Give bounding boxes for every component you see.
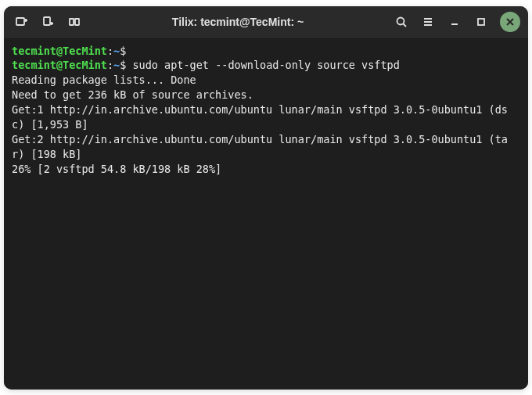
output-text: 26% [2 vsftpd 54.8 kB/198 kB 28%]	[12, 163, 221, 175]
maximize-icon	[475, 16, 487, 28]
new-terminal-button[interactable]	[9, 9, 34, 34]
menu-button[interactable]	[415, 9, 440, 34]
minimize-button[interactable]	[442, 9, 467, 34]
titlebar-left-controls	[9, 9, 87, 34]
prompt-user: tecmint@TecMint	[12, 45, 107, 57]
svg-line-9	[404, 24, 407, 27]
prompt-path: ~	[113, 45, 120, 57]
terminal-output-line: 26% [2 vsftpd 54.8 kB/198 kB 28%]	[12, 162, 520, 177]
terminal-output-line: Reading package lists... Done	[12, 73, 520, 88]
new-terminal-icon	[15, 16, 27, 28]
prompt-dollar: $	[120, 45, 132, 57]
terminal-output-line: Need to get 236 kB of source archives.	[12, 88, 520, 102]
svg-rect-14	[478, 19, 484, 25]
add-tab-icon	[41, 16, 54, 28]
add-tab-button[interactable]	[35, 9, 60, 34]
titlebar: Tilix: tecmint@TecMint: ~	[4, 6, 528, 39]
search-icon	[395, 16, 408, 28]
window-title: Tilix: tecmint@TecMint: ~	[87, 16, 389, 28]
titlebar-right-controls	[389, 9, 523, 34]
prompt-colon: :	[107, 45, 113, 57]
minimize-icon	[448, 16, 461, 28]
close-button[interactable]	[500, 12, 520, 32]
prompt-user: tecmint@TecMint	[12, 59, 107, 71]
terminal-window: Tilix: tecmint@TecMint: ~	[4, 6, 528, 390]
svg-rect-7	[75, 19, 79, 25]
terminal-output-line: Get:1 http://in.archive.ubuntu.com/ubunt…	[12, 102, 520, 132]
output-text: Need to get 236 kB of source archives.	[12, 88, 253, 101]
svg-rect-6	[70, 19, 74, 25]
prompt-dollar: $	[120, 59, 132, 71]
output-text: Get:2 http://in.archive.ubuntu.com/ubunt…	[12, 133, 508, 160]
search-button[interactable]	[389, 9, 414, 34]
svg-rect-0	[16, 18, 24, 25]
terminal-output-line: Get:2 http://in.archive.ubuntu.com/ubunt…	[12, 132, 520, 162]
terminal-body[interactable]: tecmint@TecMint:~$ tecmint@TecMint:~$ su…	[4, 39, 528, 390]
output-text: Reading package lists... Done	[12, 74, 196, 86]
hamburger-menu-icon	[422, 16, 434, 28]
terminal-prompt-line: tecmint@TecMint:~$	[12, 44, 520, 59]
split-terminal-button[interactable]	[62, 9, 87, 34]
svg-rect-3	[44, 17, 50, 25]
prompt-path: ~	[113, 59, 120, 71]
svg-point-8	[397, 18, 404, 25]
split-terminal-icon	[68, 16, 81, 28]
close-icon	[505, 17, 515, 27]
prompt-colon: :	[107, 59, 113, 71]
terminal-prompt-line: tecmint@TecMint:~$ sudo apt-get --downlo…	[12, 58, 520, 73]
prompt-command: sudo apt-get --download-only source vsft…	[132, 59, 399, 71]
output-text: Get:1 http://in.archive.ubuntu.com/ubunt…	[12, 103, 508, 131]
maximize-button[interactable]	[469, 9, 494, 34]
